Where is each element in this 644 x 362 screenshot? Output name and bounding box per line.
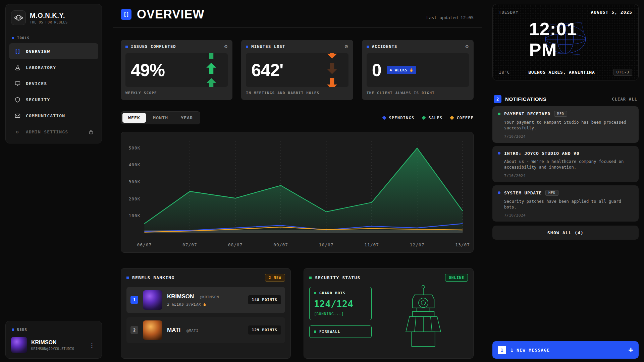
rank-streak: 2 WEEKS STREAK [167,302,219,307]
firewall-header: FIREWALL [314,329,367,334]
rank-number: 2 [130,326,138,334]
stat-caption: IN MEETINGS AND RABBIT HOLES [246,91,348,95]
user-section-label: USER [9,324,98,335]
stat-card-minutes-lost: MINUTES LOST ⚙ 642' IN MEETINGS AND RABB… [241,40,353,100]
sidebar-item-communication[interactable]: COMMUNICATION [9,108,98,124]
chart-controls: WEEK MONTH YEAR SPENDINGS SALES [121,111,474,124]
right-sidebar: TUESDAY AUGUST 5, 2025 12:01 PM 18°C BUE… [492,4,639,359]
stat-card-issues-completed: ISSUES COMPLETED ⚙ 49% WEEKLY SCOPE [121,40,232,100]
chart-canvas: 500K400K300K200K100K06/0707/0708/0709/07… [124,135,470,252]
sidebar-item-admin-settings[interactable]: ⚙ ADMIN SETTINGS [9,124,98,140]
notification-date: 7/10/2024 [504,134,633,139]
rank-number: 1 [130,296,138,304]
new-message-bar[interactable]: 1 1 NEW MESSAGE + [492,341,639,359]
notification-card-payment[interactable]: PAYMENT RECEIVED MED Your payment to Ram… [492,106,639,143]
notification-header: PAYMENT RECEIVED MED [498,111,633,117]
main-header: [] OVERVIEW Last updated 12:05 [113,4,482,28]
tab-week[interactable]: WEEK [122,113,146,123]
bullet-icon [314,292,316,294]
notification-title: PAYMENT RECEIVED [504,111,550,116]
notification-date: 7/10/2024 [504,174,633,178]
trend-up-arrows-icon [206,53,216,87]
sidebar-item-laboratory[interactable]: LABORATORY [9,59,98,75]
sidebar-item-security[interactable]: SECURITY [9,92,98,108]
brackets-icon: [] [14,48,21,54]
ranking-list: 1 KRIMSON @KRIMSON 2 WEEKS STREAK [126,287,285,343]
clear-all-button[interactable]: CLEAR ALL [612,97,637,102]
notification-title: INTRO: JOYCO STUDIO AND V0 [504,151,579,156]
user-menu-button[interactable]: ⋮ [88,340,96,350]
tab-month[interactable]: MONTH [147,113,174,123]
monkey-logo-icon [11,10,26,25]
notification-card-intro[interactable]: INTRO: JOYCO STUDIO AND V0 About us - We… [492,146,639,182]
app-subtitle: THE OS FOR REBELS [30,20,68,24]
rebels-ranking-panel: REBELS RANKING 2 NEW 1 KRIMSON @KRIMSON [121,268,291,359]
nav-label: COMMUNICATION [26,113,65,118]
stat-header: ISSUES COMPLETED ⚙ [125,44,228,49]
flask-icon [14,65,21,70]
period-tabs: WEEK MONTH YEAR [121,111,200,124]
stat-value: 642' [251,61,283,79]
streak-badge-text: 4 WEEKS [390,68,408,72]
legend-spendings[interactable]: SPENDINGS [383,116,414,120]
legend-coffee[interactable]: COFFEE [450,116,474,120]
svg-text:12/07: 12/07 [410,242,425,247]
ranking-row-2[interactable]: 2 MATI @MATI 129 POINTS [126,317,285,343]
nav-label: ADMIN SETTINGS [26,129,68,134]
svg-text:07/07: 07/07 [182,242,197,247]
stats-row: ISSUES COMPLETED ⚙ 49% WEEKLY SCOPE [121,40,474,100]
gear-icon[interactable]: ⚙ [465,44,469,49]
stat-caption: THE CLIENT ALWAYS IS RIGHT [367,91,469,95]
legend-label: SALES [428,116,442,120]
sidebar-item-devices[interactable]: DEVICES [9,75,98,92]
flame-icon [203,302,206,307]
notification-body: Your payment to Rampant Studio has been … [504,120,633,131]
last-updated: Last updated 12:05 [426,15,474,21]
sidebar: M.O.N.K.Y. THE OS FOR REBELS TOOLS [] OV… [5,4,102,359]
avatar [143,290,162,310]
svg-text:200K: 200K [129,196,141,201]
flame-icon [410,68,413,72]
chart-legend: SPENDINGS SALES COFFEE [383,116,474,120]
user-profile[interactable]: KRIMSON KRIMSON@JOYCO.STUDIO ⋮ [9,335,98,355]
legend-sales[interactable]: SALES [422,116,442,120]
svg-text:10/07: 10/07 [319,242,334,247]
notification-header: INTRO: JOYCO STUDIO AND V0 [498,151,633,156]
clock-footer: 18°C BUENOS AIRES, ARGENTINA UTC-3 [499,69,632,76]
rank-streak-text: 2 WEEKS STREAK [167,302,201,307]
status-dot-icon [498,191,500,194]
message-text: 1 NEW MESSAGE [511,348,550,353]
user-name: KRIMSON [31,340,74,346]
notification-date: 7/10/2024 [504,213,633,218]
nav-label: OVERVIEW [26,49,50,54]
plus-icon[interactable]: + [629,346,633,354]
show-all-button[interactable]: SHOW ALL (4) [492,226,639,240]
section-bullet-icon [12,37,14,39]
firewall-box: FIREWALL [309,325,372,338]
stat-card-accidents: ACCIDENTS ⚙ 0 4 WEEKS THE CLI [362,40,474,100]
rank-handle: @MATI [186,328,199,333]
bullet-icon [246,46,248,48]
main-content: [] OVERVIEW Last updated 12:05 ISSUES CO… [113,4,482,359]
tools-label-text: TOOLS [17,36,30,40]
sidebar-item-overview[interactable]: [] OVERVIEW [9,43,98,59]
gear-icon[interactable]: ⚙ [345,44,348,49]
svg-text:300K: 300K [129,179,141,184]
section-bullet-icon [12,328,14,331]
bullet-icon [309,277,312,279]
notification-card-system-update[interactable]: SYSTEM UPDATE MED Security patches have … [492,185,639,222]
stat-header: ACCIDENTS ⚙ [367,44,469,49]
notification-title: SYSTEM UPDATE [504,190,542,195]
priority-tag: MED [545,190,558,196]
stat-value-panel: 49% [125,53,228,87]
main-body: ISSUES COMPLETED ⚙ 49% WEEKLY SCOPE [113,28,482,359]
tab-year[interactable]: YEAR [175,113,199,123]
page-title-group: [] OVERVIEW [121,7,204,21]
gear-icon[interactable]: ⚙ [224,44,228,49]
temperature: 18°C [499,70,510,75]
line-chart[interactable]: 500K400K300K200K100K06/0707/0708/0709/07… [121,132,474,253]
notification-body: Security patches have been applied to al… [504,199,633,210]
weekday: TUESDAY [499,10,519,15]
firewall-label: FIREWALL [319,329,340,334]
ranking-row-1[interactable]: 1 KRIMSON @KRIMSON 2 WEEKS STREAK [126,287,285,313]
